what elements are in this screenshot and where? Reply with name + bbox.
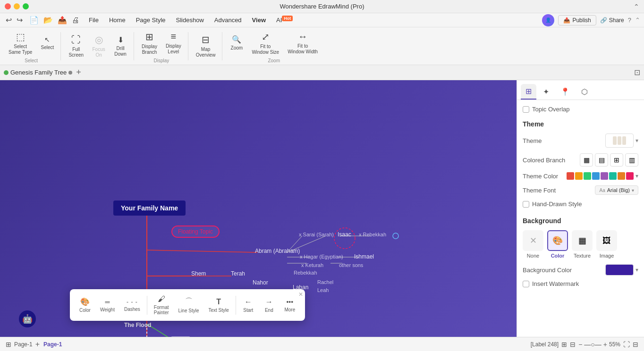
robot-avatar[interactable]: 🤖 [19, 310, 36, 327]
grid-icon-2[interactable]: ⊟ [570, 341, 576, 348]
theme-color-dropdown-icon[interactable]: ▾ [636, 173, 638, 179]
undo-button[interactable]: ↩ [4, 15, 14, 25]
swatch-green[interactable] [584, 172, 591, 180]
bg-option-none[interactable]: ✕ None [523, 230, 543, 259]
tab-add-button[interactable]: + [74, 67, 83, 77]
display-level-button[interactable]: ≡ DisplayLevel [162, 29, 185, 57]
zoom-out-button[interactable]: − [578, 341, 582, 348]
save-button[interactable]: 📄 [27, 15, 41, 25]
branch-icon-2[interactable]: ▤ [595, 153, 608, 167]
menu-view[interactable]: View [247, 15, 271, 25]
node-abram[interactable]: Abram (Abraham) [255, 248, 300, 254]
export-button[interactable]: 📤 [56, 15, 69, 25]
node-floating[interactable]: Floating Topic [171, 226, 220, 238]
menu-page-style[interactable]: Page Style [131, 15, 170, 25]
theme-preview[interactable] [605, 134, 634, 148]
print-button[interactable]: 🖨 [70, 15, 81, 25]
collapse-status-icon[interactable]: ⊟ [633, 341, 638, 348]
branch-icon-3[interactable]: ⊞ [610, 153, 623, 167]
node-hagar[interactable]: x Hagar (Egyptian) [300, 253, 343, 260]
tab-expand-icon[interactable]: ⊡ [634, 68, 640, 77]
add-page-button[interactable]: + [35, 340, 40, 349]
bg-option-color[interactable]: 🎨 Color [547, 230, 568, 259]
page-1-tab[interactable]: Page-1 [14, 341, 33, 348]
redo-button[interactable]: ↪ [15, 15, 25, 25]
node-root[interactable]: Your Family Name [113, 201, 186, 216]
node-sarai[interactable]: x Sarai (Sarah) [299, 231, 334, 238]
close-button[interactable] [5, 3, 11, 9]
node-ishmael[interactable]: Ishmael [354, 253, 374, 260]
full-screen-button[interactable]: ⛶ FullScreen [65, 33, 87, 60]
node-the-flood[interactable]: The Flood [124, 322, 151, 328]
bg-option-texture[interactable]: ▦ Texture [572, 230, 593, 259]
swatch-blue[interactable] [592, 172, 600, 180]
grid-icon-1[interactable]: ⊞ [561, 341, 567, 348]
theme-font-select[interactable]: Aa Arial (Big) ▾ [595, 185, 638, 195]
menu-advanced[interactable]: Advanced [210, 15, 246, 25]
drill-down-button[interactable]: ⬇ DrillDown [110, 33, 131, 59]
page-1-active-tab[interactable]: Page-1 [43, 341, 62, 348]
menu-slideshow[interactable]: Slideshow [171, 15, 209, 25]
node-other-sons[interactable]: other sons [339, 262, 363, 268]
ft-color-button[interactable]: 🎨 Color [76, 295, 94, 315]
select-button[interactable]: ↖ Select [37, 34, 58, 52]
swatch-teal[interactable] [609, 172, 617, 180]
node-isaac[interactable]: Isaac [338, 231, 351, 238]
collapse-icon[interactable]: ⌃ [634, 3, 639, 10]
node-rachel[interactable]: Rachel [317, 279, 333, 285]
ft-line-style-button[interactable]: ⌒ Line Style [175, 295, 203, 315]
zoom-in-button[interactable]: + [603, 341, 607, 348]
node-rebekah2[interactable]: Rebekkah [294, 269, 317, 276]
ft-format-painter-button[interactable]: 🖌 FormatPainter [150, 293, 173, 317]
bg-color-chevron-icon[interactable]: ▾ [636, 267, 638, 273]
swatch-orange[interactable] [575, 172, 583, 180]
display-branch-button[interactable]: ⊞ DisplayBranch [138, 29, 161, 57]
maximize-button[interactable] [23, 3, 29, 9]
menu-ai[interactable]: AIHot [271, 14, 297, 25]
zoom-button[interactable]: 🔍 Zoom [226, 33, 247, 53]
watermark-checkbox[interactable] [523, 281, 529, 287]
node-shem[interactable]: Shem [191, 270, 206, 277]
theme-dropdown-icon[interactable]: ▾ [636, 137, 638, 144]
layout-toggle-icon[interactable]: ⊞ [6, 341, 11, 348]
fit-window-size-button[interactable]: ⤢ Fit toWindow Size [248, 29, 283, 57]
avatar[interactable]: 👤 [542, 14, 554, 26]
ft-more-button[interactable]: ••• More [280, 296, 299, 314]
branch-icon-4[interactable]: ▥ [625, 153, 638, 167]
swatch-pink[interactable] [626, 172, 634, 180]
ft-weight-button[interactable]: ═ Weight [96, 296, 119, 314]
node-terah[interactable]: Terah [231, 270, 245, 277]
node-leah[interactable]: Leah [317, 287, 329, 293]
open-button[interactable]: 📂 [42, 15, 55, 25]
menu-file[interactable]: File [84, 15, 103, 25]
bg-option-image[interactable]: 🖼 Image [596, 230, 617, 259]
tab-genesis-family-tree[interactable]: Genesis Family Tree [10, 69, 67, 76]
panel-tab-layout[interactable]: ⊞ [521, 84, 536, 100]
zoom-slider-icon[interactable]: —○— [584, 341, 601, 348]
fullscreen-status-icon[interactable]: ⛶ [623, 341, 630, 348]
publish-button[interactable]: 📤Publish [558, 15, 596, 25]
floating-toolbar-close[interactable]: ✕ [298, 291, 303, 298]
map-overview-button[interactable]: ⊟ MapOverview [192, 32, 220, 60]
topic-overlap-checkbox[interactable] [523, 106, 529, 113]
panel-tab-settings[interactable]: ⬡ [576, 84, 593, 100]
node-keturah[interactable]: x Keturah [301, 262, 323, 268]
ft-end-button[interactable]: → End [260, 296, 279, 315]
ft-text-style-button[interactable]: T Text Style [204, 296, 232, 315]
minimize-button[interactable] [14, 3, 20, 9]
ft-start-button[interactable]: ← Start [239, 296, 258, 315]
swatch-purple[interactable] [601, 172, 608, 180]
node-rebekkah[interactable]: x Rebekkah [359, 231, 386, 238]
panel-tab-location[interactable]: 📍 [556, 84, 575, 100]
help-button[interactable]: ? [628, 17, 631, 24]
node-nahor[interactable]: Nahor [253, 279, 268, 286]
menu-home[interactable]: Home [104, 15, 130, 25]
hand-drawn-checkbox[interactable] [523, 201, 529, 208]
panel-tab-style[interactable]: ✦ [538, 84, 554, 100]
branch-icon-1[interactable]: ▦ [580, 153, 593, 167]
label-tag[interactable]: Label [171, 336, 190, 337]
canvas[interactable]: Your Family Name Floating Topic Shem Ter… [0, 80, 517, 337]
swatch-red[interactable] [567, 172, 574, 180]
chevron-down-icon[interactable]: ⌃ [635, 17, 640, 24]
share-button[interactable]: 🔗Share [600, 17, 624, 24]
